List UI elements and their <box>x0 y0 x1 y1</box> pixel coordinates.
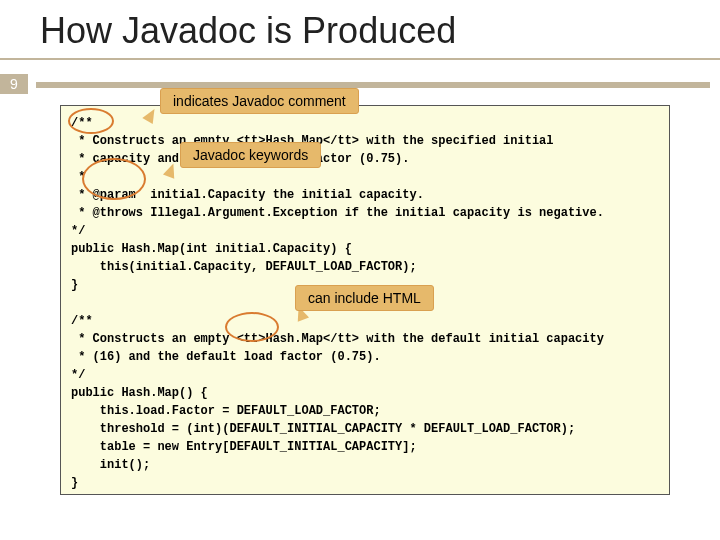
callout-javadoc-comment: indicates Javadoc comment <box>160 88 359 114</box>
page-number: 9 <box>0 74 28 94</box>
callout-javadoc-keywords: Javadoc keywords <box>180 142 321 168</box>
header-bar <box>36 82 710 88</box>
highlight-circle-2 <box>82 158 146 200</box>
highlight-circle-1 <box>68 108 114 134</box>
slide-title: How Javadoc is Produced <box>0 0 720 60</box>
callout-html: can include HTML <box>295 285 434 311</box>
highlight-circle-3 <box>225 312 279 342</box>
